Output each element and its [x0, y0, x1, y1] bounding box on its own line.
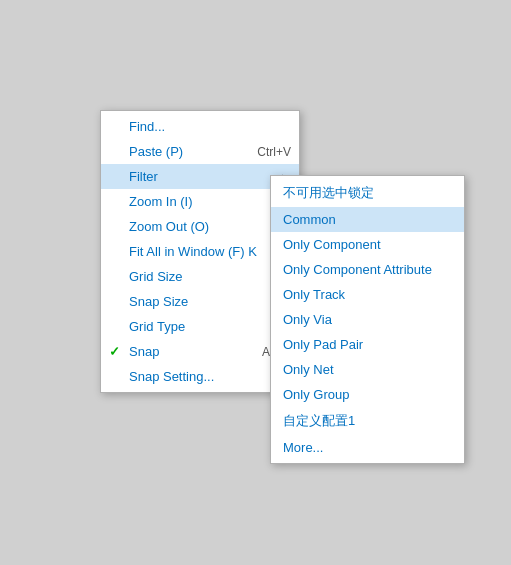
only-via-label: Only Via: [283, 312, 332, 327]
submenu-item-only-group[interactable]: Only Group: [271, 382, 464, 407]
fit-all-label: Fit All in Window (F) K: [129, 244, 257, 259]
paste-label: Paste (P): [129, 144, 183, 159]
submenu-item-common[interactable]: Common: [271, 207, 464, 232]
submenu-item-no-select-lock[interactable]: 不可用选中锁定: [271, 179, 464, 207]
only-component-attr-label: Only Component Attribute: [283, 262, 432, 277]
more-label: More...: [283, 440, 323, 455]
menu-item-paste[interactable]: Paste (P) Ctrl+V: [101, 139, 299, 164]
snap-setting-label: Snap Setting...: [129, 369, 214, 384]
only-group-label: Only Group: [283, 387, 349, 402]
snap-size-label: Snap Size: [129, 294, 188, 309]
custom-config-label: 自定义配置1: [283, 412, 355, 430]
submenu-item-only-net[interactable]: Only Net: [271, 357, 464, 382]
paste-shortcut: Ctrl+V: [227, 145, 291, 159]
menu-item-find[interactable]: Find...: [101, 114, 299, 139]
snap-label: Snap: [129, 344, 159, 359]
grid-type-label: Grid Type: [129, 319, 185, 334]
submenu-item-custom-config[interactable]: 自定义配置1: [271, 407, 464, 435]
submenu-item-only-component[interactable]: Only Component: [271, 232, 464, 257]
zoom-out-label: Zoom Out (O): [129, 219, 209, 234]
only-pad-pair-label: Only Pad Pair: [283, 337, 363, 352]
submenu-item-only-pad-pair[interactable]: Only Pad Pair: [271, 332, 464, 357]
grid-size-label: Grid Size: [129, 269, 182, 284]
submenu-item-only-component-attr[interactable]: Only Component Attribute: [271, 257, 464, 282]
only-net-label: Only Net: [283, 362, 334, 377]
only-track-label: Only Track: [283, 287, 345, 302]
submenu-item-more[interactable]: More...: [271, 435, 464, 460]
zoom-in-label: Zoom In (I): [129, 194, 193, 209]
filter-submenu: 不可用选中锁定 Common Only Component Only Compo…: [270, 175, 465, 464]
submenu-item-only-track[interactable]: Only Track: [271, 282, 464, 307]
common-label: Common: [283, 212, 336, 227]
filter-label: Filter: [129, 169, 158, 184]
no-select-lock-label: 不可用选中锁定: [283, 184, 374, 202]
submenu-item-only-via[interactable]: Only Via: [271, 307, 464, 332]
snap-check-icon: ✓: [109, 344, 120, 359]
only-component-label: Only Component: [283, 237, 381, 252]
find-label: Find...: [129, 119, 165, 134]
